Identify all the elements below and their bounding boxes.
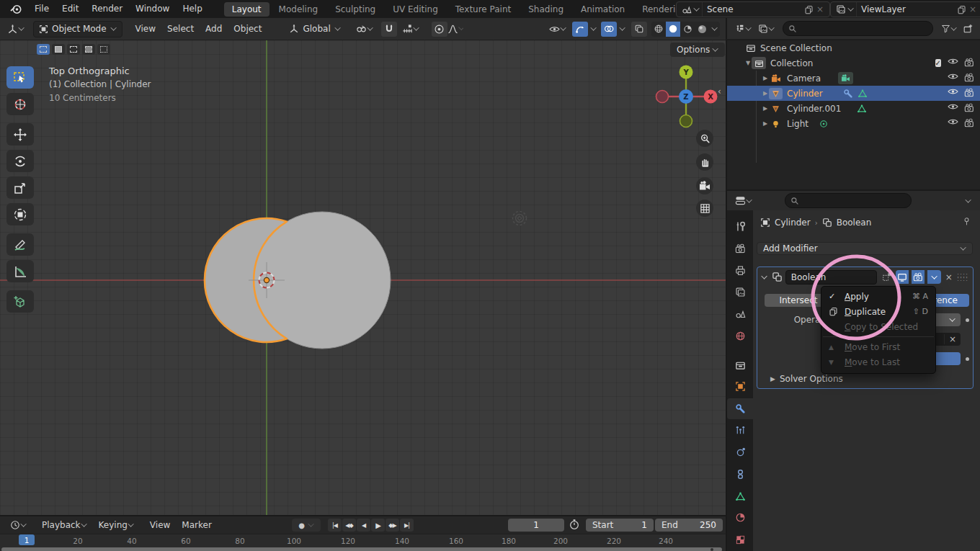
light-gizmo[interactable] xyxy=(513,212,527,225)
outliner-row-cylinder-001[interactable]: ▶ Cylinder.001 xyxy=(727,101,980,116)
hide-eye-icon[interactable] xyxy=(948,73,958,80)
tab-view-layer[interactable] xyxy=(727,282,753,303)
menu-playback[interactable]: Playback xyxy=(36,516,93,534)
hide-eye-icon[interactable] xyxy=(948,118,958,125)
collapse-icon[interactable] xyxy=(761,273,767,279)
tab-object-data[interactable] xyxy=(727,485,753,506)
expand-icon[interactable]: ▶ xyxy=(762,90,769,97)
tab-sculpting[interactable]: Sculpting xyxy=(327,2,383,17)
menu-item-apply[interactable]: ✓ Apply ⌘ A xyxy=(821,289,935,304)
zoom-button[interactable] xyxy=(696,130,713,147)
tool-rotate[interactable] xyxy=(6,150,34,172)
tab-shading[interactable]: Shading xyxy=(520,2,571,17)
expand-icon[interactable]: ▶ xyxy=(762,120,769,127)
viewlayer-selector[interactable]: ViewLayer × xyxy=(830,1,980,17)
tool-transform[interactable] xyxy=(6,203,34,225)
axis-neg-y-ball[interactable] xyxy=(680,115,692,127)
shading-rendered[interactable] xyxy=(695,22,709,37)
expand-icon[interactable]: ▶ xyxy=(762,75,769,81)
menu-keying[interactable]: Keying xyxy=(93,516,140,534)
jump-to-start-button[interactable]: |◀ xyxy=(328,519,342,532)
new-collection-button[interactable] xyxy=(960,21,976,36)
jump-to-end-button[interactable]: ▶| xyxy=(400,519,414,532)
tab-layout[interactable]: Layout xyxy=(224,2,270,17)
current-frame-field[interactable]: 1 xyxy=(508,519,564,532)
current-frame-playhead[interactable]: 1 xyxy=(19,534,35,545)
end-frame-field[interactable]: End 250 xyxy=(655,519,723,532)
menu-window[interactable]: Window xyxy=(129,0,176,18)
shading-wireframe[interactable] xyxy=(651,22,666,37)
timeline-editor-type-button[interactable] xyxy=(6,518,30,533)
realtime-display-toggle[interactable] xyxy=(896,270,909,284)
tool-measure[interactable] xyxy=(6,260,34,282)
sidebar-toggle-arrow[interactable]: ‹ xyxy=(718,86,721,97)
breadcrumb-object[interactable]: Cylinder xyxy=(775,218,811,228)
drag-handle[interactable]: :::::::: xyxy=(957,274,968,281)
menu-file[interactable]: File xyxy=(28,0,55,18)
tool-move[interactable] xyxy=(6,123,34,145)
outliner-row-collection[interactable]: ▼ Collection ✓ xyxy=(727,55,980,71)
tab-object[interactable] xyxy=(727,376,753,397)
play-button[interactable]: ▶ xyxy=(371,519,385,532)
outliner-filter-dropdown[interactable] xyxy=(938,21,960,36)
next-keyframe-button[interactable]: ◆▶ xyxy=(386,519,399,532)
edit-mode-toggle[interactable] xyxy=(880,270,893,284)
menu-view[interactable]: View xyxy=(130,18,161,40)
viewlayer-copy-icon[interactable] xyxy=(957,5,966,14)
tab-constraints[interactable] xyxy=(727,464,753,485)
shading-material[interactable] xyxy=(680,22,695,37)
menu-select[interactable]: Select xyxy=(161,18,200,40)
render-display-toggle[interactable] xyxy=(912,270,925,284)
expand-icon[interactable]: ▶ xyxy=(762,105,769,112)
pin-icon[interactable] xyxy=(962,217,971,226)
light-data-icon[interactable] xyxy=(819,119,829,129)
pan-hand-button[interactable] xyxy=(696,153,713,171)
delete-modifier-button[interactable]: × xyxy=(944,270,954,284)
ortho-toggle-button[interactable] xyxy=(696,200,713,217)
tab-material[interactable] xyxy=(727,507,753,528)
prev-frame-button[interactable]: ◀ xyxy=(357,519,370,532)
navigation-gizmo[interactable]: Y X Z xyxy=(652,62,724,134)
render-visibility-icon[interactable] xyxy=(964,58,974,67)
scene-selector[interactable]: Scene × xyxy=(676,1,830,17)
menu-render[interactable]: Render xyxy=(85,0,129,18)
tab-particles[interactable] xyxy=(727,420,753,441)
hide-eye-icon[interactable] xyxy=(948,88,958,95)
proportional-editing-toggle[interactable] xyxy=(432,22,447,37)
properties-options-dropdown[interactable] xyxy=(960,193,976,208)
scene-name[interactable]: Scene xyxy=(703,4,804,14)
breadcrumb-modifier[interactable]: Boolean xyxy=(837,218,872,228)
scene-icon[interactable] xyxy=(680,2,703,17)
tab-animation[interactable]: Animation xyxy=(573,2,633,17)
tool-annotate[interactable] xyxy=(6,233,34,256)
tool-select-box[interactable] xyxy=(6,66,34,89)
scene-copy-icon[interactable] xyxy=(804,5,814,14)
shading-solid[interactable] xyxy=(666,22,680,37)
start-frame-field[interactable]: Start 1 xyxy=(586,519,654,532)
outliner-row-camera[interactable]: ▶ Camera xyxy=(727,71,980,86)
select-intersect-button[interactable] xyxy=(97,44,110,55)
scene-unlink-icon[interactable]: × xyxy=(814,4,827,14)
select-invert-button[interactable] xyxy=(82,44,95,55)
menu-marker[interactable]: Marker xyxy=(176,516,217,534)
show-gizmo-toggle[interactable] xyxy=(572,22,588,37)
viewlayer-unlink-icon[interactable]: × xyxy=(966,4,979,14)
options-button[interactable]: Options xyxy=(670,42,725,57)
gizmo-dropdown[interactable] xyxy=(588,22,598,37)
properties-search-input[interactable] xyxy=(785,193,912,208)
outliner-display-mode[interactable] xyxy=(731,21,754,36)
camera-data-icon[interactable] xyxy=(838,72,853,84)
tab-uv-editing[interactable]: UV Editing xyxy=(385,2,446,17)
select-extend-button[interactable] xyxy=(52,44,65,55)
shading-dropdown[interactable] xyxy=(709,22,720,37)
menu-edit[interactable]: Edit xyxy=(55,0,85,18)
prev-keyframe-button[interactable]: ◀◆ xyxy=(342,519,356,532)
tool-scale[interactable] xyxy=(6,176,34,199)
tool-add-cube[interactable] xyxy=(6,290,34,313)
clear-object-icon[interactable]: × xyxy=(944,334,961,344)
hide-eye-icon[interactable] xyxy=(948,103,958,110)
outliner-row-cylinder[interactable]: ▶ Cylinder xyxy=(727,86,980,101)
modifier-extras-dropdown[interactable] xyxy=(927,270,940,284)
mode-dropdown[interactable]: Object Mode xyxy=(33,21,122,37)
timeline-scrollbar[interactable] xyxy=(1,547,722,551)
